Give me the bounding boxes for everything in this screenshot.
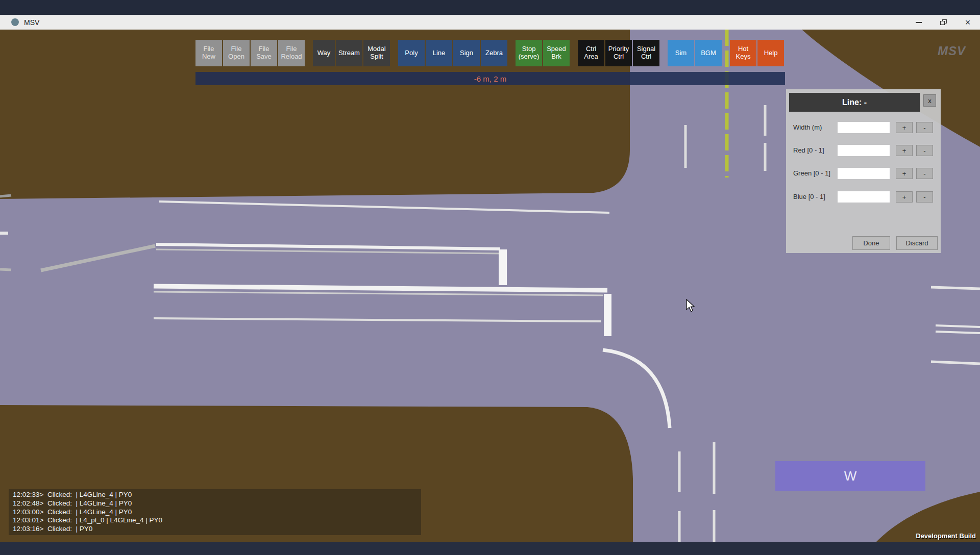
maximize-icon (940, 19, 947, 25)
width-label: Width (m) (793, 123, 822, 131)
toolbar-button-hot-keys[interactable]: Hot Keys (730, 40, 756, 66)
green-label: Green [0 - 1] (793, 169, 830, 177)
application-window: MSV × (0, 0, 980, 555)
minimize-button[interactable] (906, 15, 931, 30)
green-increment-button[interactable]: + (896, 168, 913, 179)
msv-logo-watermark: MSV (938, 44, 966, 58)
stop-bar-marking (499, 249, 507, 285)
green-input[interactable] (838, 168, 890, 179)
screen-bottom-band (0, 542, 980, 555)
green-row: Green [0 - 1] + - (786, 168, 941, 180)
app-icon (11, 18, 19, 26)
red-label: Red [0 - 1] (793, 146, 824, 154)
toolbar-button-zebra[interactable]: Zebra (481, 40, 507, 66)
log-line: 12:03:16> Clicked: | PY0 (13, 525, 417, 534)
mouse-cursor (686, 299, 697, 314)
coordinate-readout: -6 m, 2 m (195, 72, 785, 85)
stop-bar-marking (604, 294, 611, 336)
event-log: 12:02:33> Clicked: | L4GLine_4 | PY0 12:… (9, 489, 421, 535)
toolbar-button-signal-ctrl[interactable]: Signal Ctrl (633, 40, 659, 66)
blue-row: Blue [0 - 1] + - (786, 191, 941, 203)
toolbar-button-file-reload[interactable]: File Reload (278, 40, 305, 66)
green-decrement-button[interactable]: - (916, 168, 933, 179)
dialog-close-button[interactable]: x (923, 94, 936, 107)
red-decrement-button[interactable]: - (916, 145, 933, 156)
toolbar-button-priority-ctrl[interactable]: Priority Ctrl (605, 40, 632, 66)
blue-increment-button[interactable]: + (896, 191, 913, 203)
log-line: 12:03:01> Clicked: | L4_pt_0 | L4GLine_4… (13, 516, 417, 525)
width-row: Width (m) + - (786, 122, 941, 134)
log-line: 12:02:48> Clicked: | L4GLine_4 | PY0 (13, 499, 417, 508)
close-button[interactable]: × (955, 15, 980, 30)
toolbar-button-file-new[interactable]: File New (195, 40, 222, 66)
toolbar-button-modal-split[interactable]: Modal Split (363, 40, 390, 66)
toolbar-button-file-open[interactable]: File Open (223, 40, 250, 66)
maximize-button[interactable] (931, 15, 955, 30)
way-object-label[interactable]: W (775, 461, 925, 491)
done-button[interactable]: Done (852, 236, 890, 250)
close-icon: × (965, 18, 971, 27)
toolbar-button-poly[interactable]: Poly (398, 40, 425, 66)
way-object-text: W (844, 468, 857, 484)
line-properties-dialog: Line: - x Width (m) + - Red [0 - 1] + - … (786, 89, 941, 253)
log-line: 12:02:33> Clicked: | L4GLine_4 | PY0 (13, 491, 417, 499)
minimize-icon (916, 22, 922, 23)
width-decrement-button[interactable]: - (916, 122, 933, 133)
toolbar-button-sign[interactable]: Sign (453, 40, 480, 66)
toolbar-button-stream[interactable]: Stream (336, 40, 362, 66)
coordinate-text: -6 m, 2 m (474, 74, 506, 83)
toolbar-button-way[interactable]: Way (313, 40, 335, 66)
red-increment-button[interactable]: + (896, 145, 913, 156)
toolbar-button-bgm[interactable]: BGM (695, 40, 722, 66)
toolbar-button-sim[interactable]: Sim (668, 40, 694, 66)
toolbar-button-speed-brk[interactable]: Speed Brk (543, 40, 570, 66)
window-title: MSV (24, 18, 39, 27)
red-row: Red [0 - 1] + - (786, 145, 941, 157)
blue-input[interactable] (838, 191, 890, 203)
development-build-label: Development Build (916, 532, 976, 540)
red-input[interactable] (838, 145, 890, 156)
toolbar-button-help[interactable]: Help (757, 40, 784, 66)
window-titlebar: MSV × (0, 15, 980, 30)
blue-label: Blue [0 - 1] (793, 193, 825, 200)
window-controls: × (906, 15, 980, 30)
main-toolbar: File New File Open File Save File Reload… (195, 40, 785, 66)
width-increment-button[interactable]: + (896, 122, 913, 133)
toolbar-button-ctrl-area[interactable]: Ctrl Area (578, 40, 604, 66)
discard-button[interactable]: Discard (896, 236, 938, 250)
toolbar-button-line[interactable]: Line (426, 40, 452, 66)
width-input[interactable] (838, 122, 890, 133)
map-canvas[interactable]: File New File Open File Save File Reload… (0, 30, 980, 542)
screen-top-band (0, 0, 980, 15)
blue-decrement-button[interactable]: - (916, 191, 933, 203)
toolbar-button-file-save[interactable]: File Save (251, 40, 277, 66)
dialog-title: Line: - (789, 93, 920, 112)
toolbar-button-stop-serve[interactable]: Stop (serve) (516, 40, 542, 66)
log-line: 12:03:00> Clicked: | L4GLine_4 | PY0 (13, 508, 417, 517)
